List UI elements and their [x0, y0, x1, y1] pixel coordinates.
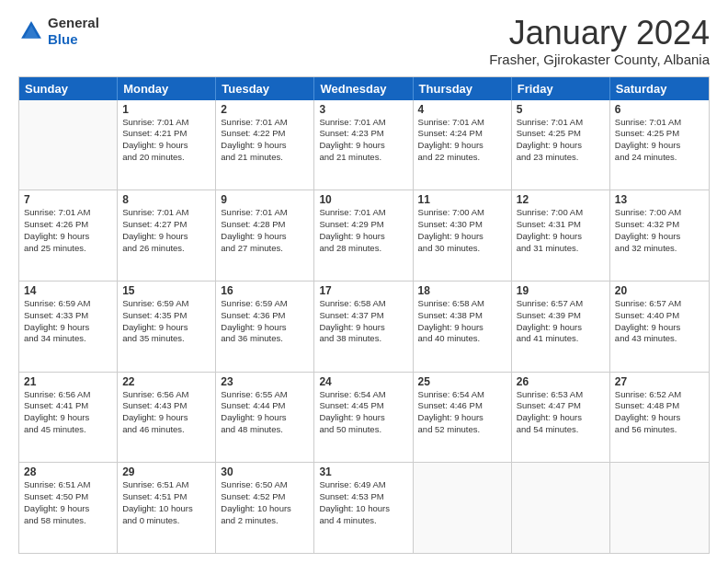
day-number: 24 [319, 375, 407, 388]
day-number: 10 [319, 193, 407, 206]
cell-text: Sunrise: 7:01 AM Sunset: 4:24 PM Dayligh… [418, 117, 506, 164]
cell-text: Sunrise: 6:57 AM Sunset: 4:40 PM Dayligh… [615, 298, 704, 345]
calendar-cell [19, 100, 118, 190]
cell-text: Sunrise: 6:58 AM Sunset: 4:37 PM Dayligh… [319, 298, 407, 345]
day-number: 7 [24, 193, 112, 206]
calendar-cell: 17Sunrise: 6:58 AM Sunset: 4:37 PM Dayli… [314, 282, 413, 372]
calendar-cell: 15Sunrise: 6:59 AM Sunset: 4:35 PM Dayli… [118, 282, 216, 372]
cell-text: Sunrise: 7:00 AM Sunset: 4:32 PM Dayligh… [615, 207, 704, 254]
calendar-row-3: 21Sunrise: 6:56 AM Sunset: 4:41 PM Dayli… [19, 372, 709, 463]
title-block: January 2024 Frasher, Gjirokaster County… [489, 15, 710, 67]
cell-text: Sunrise: 6:54 AM Sunset: 4:46 PM Dayligh… [418, 389, 506, 436]
cell-text: Sunrise: 6:50 AM Sunset: 4:52 PM Dayligh… [221, 479, 309, 526]
day-number: 5 [517, 103, 605, 116]
cell-text: Sunrise: 6:56 AM Sunset: 4:41 PM Dayligh… [24, 389, 112, 436]
cell-text: Sunrise: 7:01 AM Sunset: 4:25 PM Dayligh… [517, 117, 605, 164]
cell-text: Sunrise: 7:00 AM Sunset: 4:31 PM Dayligh… [517, 207, 605, 254]
day-number: 6 [615, 103, 704, 116]
calendar-cell: 9Sunrise: 7:01 AM Sunset: 4:28 PM Daylig… [216, 190, 314, 281]
cell-text: Sunrise: 6:58 AM Sunset: 4:38 PM Dayligh… [418, 298, 506, 345]
day-number: 4 [418, 103, 506, 116]
cell-text: Sunrise: 6:59 AM Sunset: 4:36 PM Dayligh… [221, 298, 309, 345]
day-number: 2 [221, 103, 309, 116]
cell-text: Sunrise: 7:01 AM Sunset: 4:22 PM Dayligh… [221, 117, 309, 164]
day-number: 11 [418, 193, 506, 206]
page: General Blue January 2024 Frasher, Gjiro… [0, 0, 728, 563]
calendar-cell: 18Sunrise: 6:58 AM Sunset: 4:38 PM Dayli… [414, 282, 512, 372]
calendar-cell: 19Sunrise: 6:57 AM Sunset: 4:39 PM Dayli… [512, 282, 610, 372]
day-number: 21 [24, 375, 112, 388]
calendar-cell: 26Sunrise: 6:53 AM Sunset: 4:47 PM Dayli… [512, 373, 610, 463]
cell-text: Sunrise: 7:00 AM Sunset: 4:30 PM Dayligh… [418, 207, 506, 254]
header-cell-saturday: Saturday [610, 77, 709, 100]
header-cell-tuesday: Tuesday [216, 77, 314, 100]
day-number: 30 [221, 465, 309, 478]
day-number: 1 [122, 103, 210, 116]
cell-text: Sunrise: 7:01 AM Sunset: 4:27 PM Dayligh… [122, 207, 210, 254]
cell-text: Sunrise: 6:54 AM Sunset: 4:45 PM Dayligh… [319, 389, 407, 436]
calendar-row-4: 28Sunrise: 6:51 AM Sunset: 4:50 PM Dayli… [19, 462, 709, 553]
day-number: 17 [319, 284, 407, 297]
calendar: SundayMondayTuesdayWednesdayThursdayFrid… [18, 76, 710, 554]
calendar-cell: 29Sunrise: 6:51 AM Sunset: 4:51 PM Dayli… [118, 463, 216, 553]
header-cell-sunday: Sunday [19, 77, 118, 100]
cell-text: Sunrise: 7:01 AM Sunset: 4:21 PM Dayligh… [122, 117, 210, 164]
calendar-cell: 31Sunrise: 6:49 AM Sunset: 4:53 PM Dayli… [314, 463, 413, 553]
logo-icon [18, 18, 44, 44]
day-number: 14 [24, 284, 112, 297]
cell-text: Sunrise: 6:51 AM Sunset: 4:51 PM Dayligh… [122, 479, 210, 526]
calendar-cell: 27Sunrise: 6:52 AM Sunset: 4:48 PM Dayli… [610, 373, 709, 463]
day-number: 29 [122, 465, 210, 478]
day-number: 16 [221, 284, 309, 297]
day-number: 25 [418, 375, 506, 388]
cell-text: Sunrise: 6:57 AM Sunset: 4:39 PM Dayligh… [517, 298, 605, 345]
day-number: 12 [517, 193, 605, 206]
calendar-cell: 3Sunrise: 7:01 AM Sunset: 4:23 PM Daylig… [314, 100, 413, 190]
header-cell-wednesday: Wednesday [314, 77, 413, 100]
calendar-cell: 30Sunrise: 6:50 AM Sunset: 4:52 PM Dayli… [216, 463, 314, 553]
cell-text: Sunrise: 7:01 AM Sunset: 4:25 PM Dayligh… [615, 117, 704, 164]
calendar-row-2: 14Sunrise: 6:59 AM Sunset: 4:33 PM Dayli… [19, 281, 709, 372]
day-number: 19 [517, 284, 605, 297]
header: General Blue January 2024 Frasher, Gjiro… [18, 15, 710, 67]
calendar-row-1: 7Sunrise: 7:01 AM Sunset: 4:26 PM Daylig… [19, 190, 709, 281]
day-number: 3 [319, 103, 407, 116]
calendar-body: 1Sunrise: 7:01 AM Sunset: 4:21 PM Daylig… [19, 100, 709, 553]
cell-text: Sunrise: 7:01 AM Sunset: 4:23 PM Dayligh… [319, 117, 407, 164]
calendar-cell: 5Sunrise: 7:01 AM Sunset: 4:25 PM Daylig… [512, 100, 610, 190]
logo-text: General Blue [48, 15, 99, 48]
cell-text: Sunrise: 7:01 AM Sunset: 4:26 PM Dayligh… [24, 207, 112, 254]
calendar-cell: 8Sunrise: 7:01 AM Sunset: 4:27 PM Daylig… [118, 190, 216, 281]
calendar-cell [610, 463, 709, 553]
logo-general: General [48, 15, 99, 30]
header-cell-thursday: Thursday [414, 77, 512, 100]
day-number: 13 [615, 193, 704, 206]
day-number: 31 [319, 465, 407, 478]
day-number: 9 [221, 193, 309, 206]
calendar-cell: 16Sunrise: 6:59 AM Sunset: 4:36 PM Dayli… [216, 282, 314, 372]
calendar-cell: 14Sunrise: 6:59 AM Sunset: 4:33 PM Dayli… [19, 282, 118, 372]
calendar-cell: 22Sunrise: 6:56 AM Sunset: 4:43 PM Dayli… [118, 373, 216, 463]
cell-text: Sunrise: 6:52 AM Sunset: 4:48 PM Dayligh… [615, 389, 704, 436]
calendar-cell: 25Sunrise: 6:54 AM Sunset: 4:46 PM Dayli… [414, 373, 512, 463]
day-number: 27 [615, 375, 704, 388]
calendar-cell: 6Sunrise: 7:01 AM Sunset: 4:25 PM Daylig… [610, 100, 709, 190]
day-number: 28 [24, 465, 112, 478]
cell-text: Sunrise: 6:53 AM Sunset: 4:47 PM Dayligh… [517, 389, 605, 436]
day-number: 23 [221, 375, 309, 388]
day-number: 8 [122, 193, 210, 206]
cell-text: Sunrise: 7:01 AM Sunset: 4:29 PM Dayligh… [319, 207, 407, 254]
calendar-cell: 12Sunrise: 7:00 AM Sunset: 4:31 PM Dayli… [512, 190, 610, 281]
cell-text: Sunrise: 6:59 AM Sunset: 4:35 PM Dayligh… [122, 298, 210, 345]
calendar-cell: 10Sunrise: 7:01 AM Sunset: 4:29 PM Dayli… [314, 190, 413, 281]
cell-text: Sunrise: 7:01 AM Sunset: 4:28 PM Dayligh… [221, 207, 309, 254]
cell-text: Sunrise: 6:55 AM Sunset: 4:44 PM Dayligh… [221, 389, 309, 436]
location: Frasher, Gjirokaster County, Albania [489, 52, 710, 67]
cell-text: Sunrise: 6:51 AM Sunset: 4:50 PM Dayligh… [24, 479, 112, 526]
calendar-cell: 1Sunrise: 7:01 AM Sunset: 4:21 PM Daylig… [118, 100, 216, 190]
cell-text: Sunrise: 6:49 AM Sunset: 4:53 PM Dayligh… [319, 479, 407, 526]
cell-text: Sunrise: 6:56 AM Sunset: 4:43 PM Dayligh… [122, 389, 210, 436]
day-number: 20 [615, 284, 704, 297]
calendar-row-0: 1Sunrise: 7:01 AM Sunset: 4:21 PM Daylig… [19, 100, 709, 190]
calendar-cell: 4Sunrise: 7:01 AM Sunset: 4:24 PM Daylig… [414, 100, 512, 190]
